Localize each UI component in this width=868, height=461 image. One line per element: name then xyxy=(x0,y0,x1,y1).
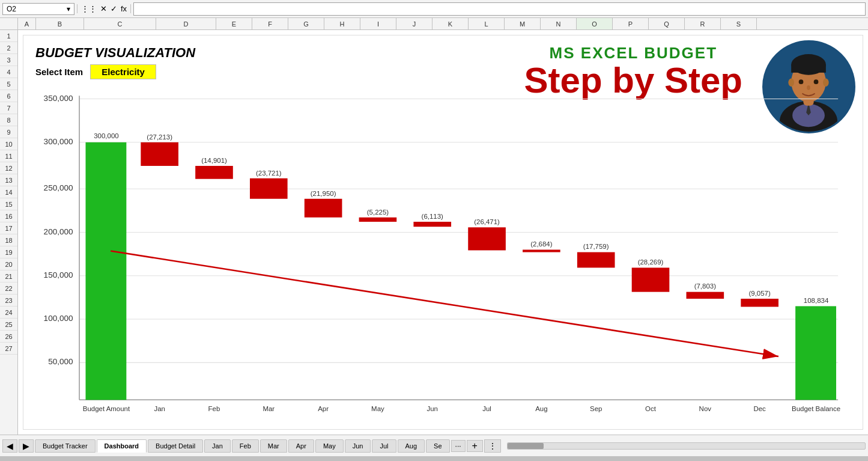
svg-text:(23,721): (23,721) xyxy=(256,169,282,177)
svg-rect-57 xyxy=(577,252,615,268)
svg-text:250,000: 250,000 xyxy=(44,183,73,192)
name-box[interactable]: O2 ▾ xyxy=(2,3,74,15)
col-header-D[interactable]: D xyxy=(156,18,216,29)
svg-text:Aug: Aug xyxy=(535,405,547,412)
svg-rect-66 xyxy=(741,299,778,307)
col-header-P[interactable]: P xyxy=(613,18,649,29)
svg-text:(26,471): (26,471) xyxy=(474,218,500,225)
col-header-I[interactable]: I xyxy=(360,18,396,29)
row-25: 25 xyxy=(0,319,17,331)
confirm-icon[interactable]: ✓ xyxy=(109,4,118,13)
svg-text:350,000: 350,000 xyxy=(44,94,73,103)
tab-se[interactable]: Se xyxy=(426,439,449,453)
svg-point-8 xyxy=(799,79,804,84)
row-12: 12 xyxy=(0,162,17,174)
col-header-H[interactable]: H xyxy=(324,18,360,29)
col-header-C[interactable]: C xyxy=(84,18,156,29)
col-header-G[interactable]: G xyxy=(288,18,324,29)
svg-text:200,000: 200,000 xyxy=(44,227,73,236)
tab-may[interactable]: May xyxy=(315,439,344,453)
svg-text:(7,803): (7,803) xyxy=(694,283,717,290)
row-11: 11 xyxy=(0,150,17,162)
svg-text:300,000: 300,000 xyxy=(94,132,118,139)
row-4: 4 xyxy=(0,66,17,78)
tab-apr[interactable]: Apr xyxy=(288,439,314,453)
row-2: 2 xyxy=(0,42,17,54)
col-header-O[interactable]: O xyxy=(577,18,613,29)
svg-text:(27,213): (27,213) xyxy=(147,133,172,141)
svg-rect-60 xyxy=(632,267,670,292)
formula-icons: ⋮⋮ ✕ ✓ fx xyxy=(77,4,131,13)
select-item-value[interactable]: Electricity xyxy=(90,64,156,79)
formula-input[interactable] xyxy=(133,2,866,16)
col-header-N[interactable]: N xyxy=(541,18,577,29)
tab-budget-tracker[interactable]: Budget Tracker xyxy=(35,439,96,453)
more-tabs-button[interactable]: ··· xyxy=(451,440,466,452)
svg-rect-69 xyxy=(795,306,836,400)
svg-text:(17,759): (17,759) xyxy=(583,243,609,250)
row-20: 20 xyxy=(0,258,17,270)
col-header-E[interactable]: E xyxy=(216,18,252,29)
col-header-M[interactable]: M xyxy=(505,18,541,29)
fx-icon[interactable]: fx xyxy=(120,4,128,13)
svg-rect-36 xyxy=(195,166,233,179)
tab-jul[interactable]: Jul xyxy=(372,439,396,453)
horizontal-scrollbar[interactable] xyxy=(507,442,866,450)
row-21: 21 xyxy=(0,270,17,282)
svg-text:Dec: Dec xyxy=(753,405,766,412)
col-header-A[interactable]: A xyxy=(18,18,36,29)
formula-expand-icon[interactable]: ⋮⋮ xyxy=(80,4,98,13)
add-sheet-button[interactable]: + xyxy=(467,440,483,452)
scrollbar-thumb[interactable] xyxy=(508,443,544,449)
tab-jun[interactable]: Jun xyxy=(345,439,371,453)
col-header-F[interactable]: F xyxy=(252,18,288,29)
row-6: 6 xyxy=(0,90,17,102)
svg-point-11 xyxy=(788,78,794,86)
name-box-chevron: ▾ xyxy=(67,5,70,13)
col-header-R[interactable]: R xyxy=(685,18,721,29)
col-header-B[interactable]: B xyxy=(36,18,84,29)
row-24: 24 xyxy=(0,307,17,319)
svg-rect-33 xyxy=(141,142,178,166)
col-header-L[interactable]: L xyxy=(469,18,505,29)
row-16: 16 xyxy=(0,210,17,222)
row-13: 13 xyxy=(0,174,17,186)
row-3: 3 xyxy=(0,54,17,66)
tab-feb[interactable]: Feb xyxy=(232,439,259,453)
row-9: 9 xyxy=(0,126,17,138)
prev-sheet-nav[interactable]: ◀ xyxy=(2,439,17,453)
col-header-Q[interactable]: Q xyxy=(649,18,685,29)
sheet-options-button[interactable]: ⋮ xyxy=(484,439,501,453)
row-14: 14 xyxy=(0,186,17,198)
formula-bar: O2 ▾ ⋮⋮ ✕ ✓ fx xyxy=(0,0,868,18)
col-header-J[interactable]: J xyxy=(396,18,432,29)
cancel-icon[interactable]: ✕ xyxy=(99,4,108,13)
row-7: 7 xyxy=(0,102,17,114)
svg-text:(9,057): (9,057) xyxy=(748,290,771,297)
tab-aug[interactable]: Aug xyxy=(398,439,425,453)
scrollbar-area xyxy=(507,442,866,450)
svg-text:Oct: Oct xyxy=(645,405,657,412)
tab-dashboard[interactable]: Dashboard xyxy=(97,439,147,453)
name-box-value: O2 xyxy=(7,5,16,13)
svg-text:Nov: Nov xyxy=(699,405,712,412)
svg-text:Feb: Feb xyxy=(208,405,220,412)
row-5: 5 xyxy=(0,78,17,90)
row-18: 18 xyxy=(0,234,17,246)
column-headers: A B C D E F G H I J K L M N O P Q R S xyxy=(0,18,868,30)
svg-text:Sep: Sep xyxy=(590,405,602,412)
svg-text:(2,684): (2,684) xyxy=(530,240,553,248)
row-23: 23 xyxy=(0,295,17,307)
tab-budget-detail[interactable]: Budget Detail xyxy=(148,439,203,453)
next-sheet-nav[interactable]: ▶ xyxy=(19,439,34,453)
svg-text:150,000: 150,000 xyxy=(44,270,73,279)
col-header-S[interactable]: S xyxy=(721,18,757,29)
svg-text:May: May xyxy=(371,405,384,412)
svg-text:Mar: Mar xyxy=(263,405,275,412)
col-header-K[interactable]: K xyxy=(432,18,469,29)
svg-text:Budget Balance: Budget Balance xyxy=(792,405,840,412)
sheet-tabs: ◀ ▶ Budget Tracker Dashboard Budget Deta… xyxy=(0,435,868,456)
tab-mar[interactable]: Mar xyxy=(260,439,287,453)
tab-jan[interactable]: Jan xyxy=(204,439,231,453)
svg-text:Jan: Jan xyxy=(154,405,165,412)
